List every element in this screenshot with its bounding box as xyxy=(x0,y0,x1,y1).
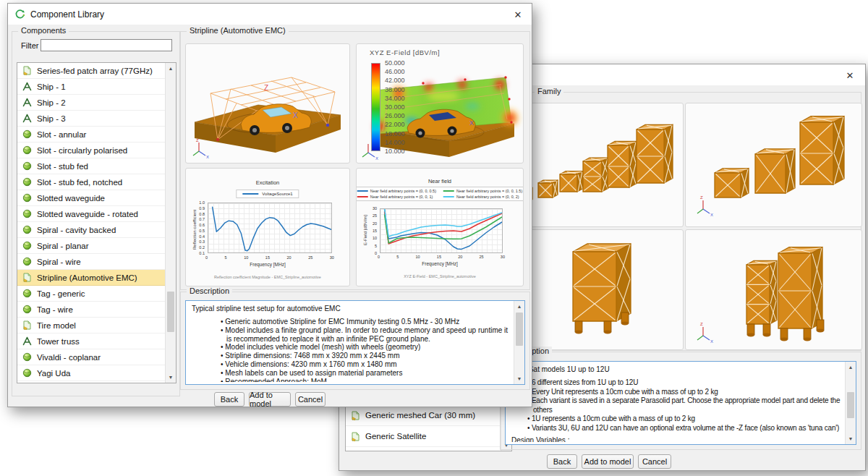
list-item[interactable]: Tower truss xyxy=(17,333,165,349)
list-item[interactable]: Yagi Uda xyxy=(17,365,165,381)
description-intro: CubeSat models 1U up to 12U xyxy=(511,365,843,374)
model3d-icon xyxy=(22,98,32,107)
close-button[interactable]: ✕ xyxy=(509,7,527,22)
chart-title: Excitation xyxy=(186,179,349,186)
title-bar[interactable]: Component Library xyxy=(8,4,532,25)
efield-scene-image: X X xyxy=(357,56,523,161)
description-group: Description CubeSat models 1U up to 12U … xyxy=(500,352,861,450)
model-3d-preview: Z X Z X xyxy=(185,43,350,163)
scrollbar-thumb[interactable] xyxy=(167,292,174,332)
scroll-down-icon[interactable]: ▼ xyxy=(514,373,524,384)
list-item[interactable]: Tag - generic xyxy=(17,286,165,302)
list-item[interactable]: Spiral - wire xyxy=(17,254,165,270)
list-item[interactable]: Slotted waveguide - rotated xyxy=(17,206,165,222)
list-item-label: Vivaldi - coplanar xyxy=(37,353,101,362)
scroll-up-icon[interactable]: ▲ xyxy=(514,301,524,312)
sphere-icon xyxy=(22,209,32,218)
legend-item: Near field arbitrary points = (0, 0, 2) xyxy=(443,195,522,199)
scrollbar-thumb[interactable] xyxy=(516,313,523,346)
list-item[interactable]: Vivaldi - coplanar xyxy=(17,349,165,365)
list-item-label: Generic Satellite xyxy=(365,432,426,441)
plot-area xyxy=(208,203,332,253)
scroll-up-icon[interactable]: ▲ xyxy=(846,362,856,373)
cubesat-cluster-preview: ZX xyxy=(685,229,862,350)
svg-text:X: X xyxy=(375,156,378,161)
list-item[interactable]: Tire model xyxy=(17,318,165,333)
list-item[interactable]: Generic Satellite xyxy=(346,426,501,447)
sphere-icon xyxy=(22,193,32,203)
legend-item: Near field arbitrary points = (0, 0, 0.5… xyxy=(357,189,436,193)
scroll-up-icon[interactable]: ▲ xyxy=(166,63,176,74)
legend-item: Near field arbitrary points = (0, 0, 1) xyxy=(357,195,436,199)
stripline-scene-image: Z X Z X xyxy=(186,56,349,161)
cubesat-cluster-image: ZX xyxy=(686,230,861,349)
z-axis-label: Z xyxy=(264,84,268,92)
component-library-dialog: Component Library ✕ Components Filter Se… xyxy=(7,3,532,407)
list-item[interactable]: Slot - annular xyxy=(17,127,165,143)
list-item-label: Spiral - planar xyxy=(37,242,89,250)
group-label: Family xyxy=(535,87,563,95)
family-preview-group: Family ZX ZX xyxy=(500,92,861,351)
efield-colorbar-ticks: 50.00046.00042.00038.00034.00030.00026.0… xyxy=(385,59,405,155)
list-item[interactable]: Slotted waveguide xyxy=(17,190,165,206)
list-item[interactable]: Series-fed patch array (77GHz) xyxy=(17,63,165,79)
sphere-icon xyxy=(22,225,32,234)
list-item-label: Slot - annular xyxy=(37,130,86,139)
description-bullets: Generic automotive Stripline for EMC Imm… xyxy=(221,318,510,382)
scroll-down-icon[interactable]: ▼ xyxy=(166,372,176,383)
cancel-button[interactable]: Cancel xyxy=(638,454,671,469)
list-item[interactable]: Generic meshed Car (30 mm) xyxy=(346,405,501,426)
back-button[interactable]: Back xyxy=(214,392,244,407)
efield-preview: XYZ E-Field [dBV/m] 50.00046.00042.00038… xyxy=(356,43,524,163)
efield-legend-title: XYZ E-Field [dBV/m] xyxy=(370,48,440,56)
y-axis-ticks: 1.00.90.80.70.60.50.40.30.20.1 xyxy=(190,200,205,255)
list-item-label: Slot - stub fed xyxy=(37,162,88,171)
add-to-model-button[interactable]: Add to model xyxy=(249,392,291,407)
list-item[interactable]: Stripline (Automotive EMC) xyxy=(17,270,165,286)
close-button[interactable]: ✕ xyxy=(841,68,859,82)
filter-input[interactable] xyxy=(41,39,172,51)
list-item-label: Slotted waveguide - rotated xyxy=(37,210,138,218)
preview-group: Stripline (Automotive EMC) xyxy=(180,31,530,290)
list-item-label: Tag - wire xyxy=(37,305,73,314)
list-item[interactable]: Spiral - planar xyxy=(17,238,165,254)
description-area[interactable]: CubeSat models 1U up to 12U 6 different … xyxy=(505,361,856,445)
svg-text:X: X xyxy=(710,339,713,344)
list-item[interactable]: Slot - stub fed, notched xyxy=(17,174,165,190)
list-item[interactable]: Slot - circularly polarised xyxy=(17,143,165,158)
description-area[interactable]: Typical stripline test setup for automot… xyxy=(185,300,525,385)
list-item-label: Slot - circularly polarised xyxy=(37,146,127,155)
list-item[interactable]: Spiral - cavity backed xyxy=(17,222,165,238)
list-item[interactable]: Ship - 3 xyxy=(17,111,165,127)
description-scrollbar[interactable]: ▲ ▼ xyxy=(845,362,856,444)
list-item-label: Slotted waveguide xyxy=(37,194,105,203)
component-list-rows: Generic meshed Car (30 mm)Generic Satell… xyxy=(346,405,501,447)
cancel-button[interactable]: Cancel xyxy=(295,392,326,407)
group-label: Description xyxy=(187,286,232,295)
list-item[interactable]: Ship - 1 xyxy=(17,79,165,95)
list-item-label: Ship - 1 xyxy=(37,82,66,91)
add-to-model-button[interactable]: Add to model xyxy=(582,454,634,469)
scroll-down-icon[interactable]: ▼ xyxy=(846,433,856,444)
description-group: Description Typical stripline test setup… xyxy=(180,292,530,390)
cubesat-lineup-image xyxy=(506,103,683,226)
x-axis-ticks: 051015202530 xyxy=(378,255,505,259)
list-item[interactable]: Slot - stub fed xyxy=(17,158,165,174)
description-scrollbar[interactable]: ▲ ▼ xyxy=(514,301,524,384)
group-label: Components xyxy=(18,26,69,35)
list-item[interactable]: Tag - wire xyxy=(17,302,165,318)
axis-triad-icon: Z X xyxy=(193,138,209,159)
filter-label: Filter xyxy=(21,41,38,50)
list-item-label: Ship - 2 xyxy=(37,98,66,107)
description-bullets: 6 different sizes from 1U up to 12UEvery… xyxy=(527,378,843,433)
model3d-icon xyxy=(22,336,32,346)
y-axis-ticks: 302520151050 xyxy=(365,206,377,255)
legend-label: VoltageSource1 xyxy=(262,192,292,196)
sphere-icon xyxy=(22,161,32,171)
back-button[interactable]: Back xyxy=(547,454,577,469)
scrollbar-thumb[interactable] xyxy=(847,392,854,418)
plot-area xyxy=(380,208,503,253)
components-group: Components Filter Series-fed patch array… xyxy=(12,31,180,396)
list-scrollbar[interactable]: ▲ ▼ xyxy=(165,63,176,383)
list-item[interactable]: Ship - 2 xyxy=(17,95,165,111)
